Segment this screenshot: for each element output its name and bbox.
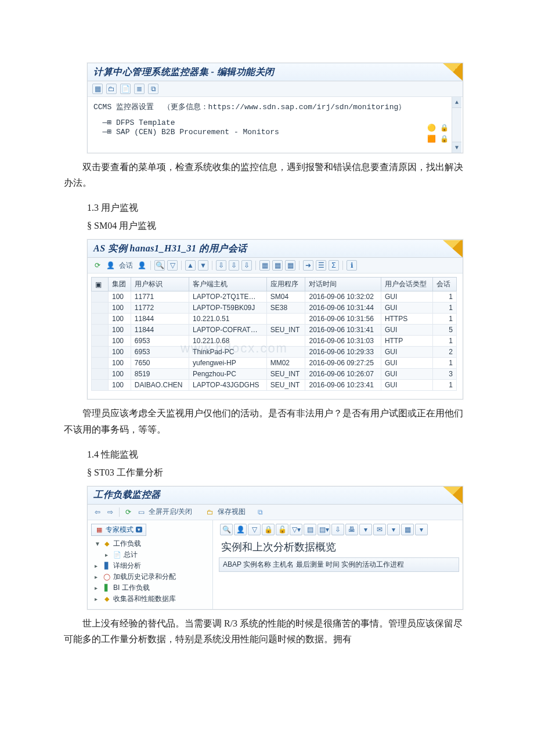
user-icon[interactable]: 👤: [105, 260, 116, 271]
filter-icon[interactable]: ▽: [248, 524, 261, 535]
aux-icon[interactable]: ⧉: [255, 507, 265, 517]
more-icon[interactable]: ▾: [359, 524, 372, 535]
send-icon[interactable]: ➜: [303, 260, 313, 271]
st03-main-toolbar: 🔍 👤 ▽ 🔒 🔓 ▽▾ ▤ ▤▾ ⇩ 🖶 ▾ ✉ ▾ ▦ ▾: [219, 523, 459, 538]
row-selector[interactable]: [92, 336, 109, 347]
cell-client: 100: [109, 358, 131, 369]
tree-item-total[interactable]: ▸📄总计: [92, 549, 212, 560]
filter2-icon[interactable]: ▽▾: [290, 524, 302, 535]
rz20-tree-item[interactable]: ─⊞ SAP (CEN) B2B Procurement - Monitors: [93, 127, 457, 136]
table-row[interactable]: 10011844LAPTOP-COFRAT…SEU_INT2016-09-06 …: [92, 325, 457, 336]
back-icon[interactable]: ⇦: [92, 507, 103, 517]
tree-item-bi[interactable]: ▸▋BI 工作负载: [92, 582, 212, 593]
col-app[interactable]: 应用程序: [266, 278, 305, 291]
tree-icon[interactable]: 🗀: [106, 84, 117, 94]
saveview-label[interactable]: 保存视图: [218, 507, 246, 517]
mail-icon[interactable]: ✉: [373, 524, 386, 535]
sm04-titlebar: AS 实例 hanas1_H31_31 的用户会话: [88, 240, 463, 258]
row-selector-header[interactable]: ▣: [92, 278, 109, 291]
grid2-icon[interactable]: ▦: [272, 260, 283, 271]
tree-item-collector[interactable]: ▸◆收集器和性能数据库: [92, 593, 212, 604]
grid-icon[interactable]: ▦: [92, 84, 103, 94]
rz20-tree-item[interactable]: ─⊞ DFPS Template: [93, 118, 457, 127]
tree-item-workload[interactable]: ▼◆工作负载: [92, 538, 212, 549]
table-row[interactable]: 1006953ThinkPad-PC2016-09-06 10:29:33GUI…: [92, 347, 457, 358]
drop-icon[interactable]: ▾: [415, 524, 428, 535]
table-row[interactable]: 1007650yufengwei-HPMM022016-09-06 09:27:…: [92, 358, 457, 369]
table-row[interactable]: 10011771LAPTOP-2TQ1TE…SM042016-09-06 10:…: [92, 291, 457, 303]
cell-sessions: 1: [433, 380, 457, 391]
sum-icon[interactable]: Σ: [329, 260, 339, 271]
sm04-panel: AS 实例 hanas1_H31_31 的用户会话 ⟳ 👤 会话 👤 🔍 ▽ ▲…: [87, 239, 463, 399]
row-selector[interactable]: [92, 291, 109, 303]
cell-sessions: 1: [433, 303, 457, 314]
corner-decor: [443, 240, 463, 257]
person-icon[interactable]: 👤: [136, 260, 147, 271]
person-icon[interactable]: 👤: [234, 524, 247, 535]
grid-icon[interactable]: ▦: [401, 524, 414, 535]
refresh-icon[interactable]: ⟳: [123, 507, 134, 517]
print-icon[interactable]: 🖶: [345, 524, 358, 535]
sort-desc-icon[interactable]: ▼: [198, 260, 208, 271]
col-type[interactable]: 用户会话类型: [381, 278, 432, 291]
cell-type: GUI: [381, 291, 432, 303]
col-user[interactable]: 用户标识: [131, 278, 189, 291]
fullscreen-label[interactable]: 全屏开启/关闭: [149, 507, 192, 517]
layout-icon[interactable]: ▤: [304, 524, 316, 535]
export3-icon[interactable]: ⇩: [241, 260, 252, 271]
table-row[interactable]: 100DAIBAO.CHENLAPTOP-43JGDGHSSEU_INT2016…: [92, 380, 457, 391]
table-row[interactable]: 1001184410.221.0.512016-09-06 10:31:56HT…: [92, 314, 457, 325]
tree-item-history[interactable]: ▸◯加载历史记录和分配: [92, 571, 212, 582]
scrollbar[interactable]: ▲ ▼: [452, 97, 461, 153]
lock-icon[interactable]: 🔒: [262, 524, 275, 535]
fullscreen-icon[interactable]: ▭: [136, 507, 146, 517]
cell-time: 2016-09-06 09:27:25: [305, 358, 381, 369]
row-selector[interactable]: [92, 303, 109, 314]
tree-item-detail[interactable]: ▸▊详细分析: [92, 560, 212, 571]
filter-icon[interactable]: ▽: [167, 260, 178, 271]
col-sess[interactable]: 会话: [433, 278, 457, 291]
unlock-icon[interactable]: 🔓: [276, 524, 288, 535]
glass-icon[interactable]: 🔍: [220, 524, 233, 535]
col-client[interactable]: 集团: [109, 278, 131, 291]
cell-app: [266, 336, 305, 347]
alarm-icon: 🟧 🔒: [427, 135, 449, 143]
mode-dropdown[interactable]: ▦ 专家模式 ▾: [91, 524, 146, 536]
export2-icon[interactable]: ⇩: [229, 260, 239, 271]
find-icon[interactable]: 🔍: [154, 260, 165, 271]
col-host[interactable]: 客户端主机: [189, 278, 267, 291]
row-selector[interactable]: [92, 369, 109, 380]
row-selector[interactable]: [92, 380, 109, 391]
cell-app: [266, 347, 305, 358]
saveview-icon[interactable]: 🗀: [205, 507, 215, 517]
doc-icon[interactable]: 📄: [120, 84, 131, 94]
export-icon[interactable]: ⇩: [216, 260, 226, 271]
row-selector[interactable]: [92, 347, 109, 358]
copy-icon[interactable]: ⧉: [148, 84, 158, 94]
grid3-icon[interactable]: ▦: [285, 260, 295, 271]
forward-icon[interactable]: ⇨: [105, 507, 116, 517]
refresh-icon[interactable]: ⟳: [92, 260, 103, 271]
export-icon[interactable]: ⇩: [331, 524, 344, 535]
info-icon[interactable]: ℹ: [347, 260, 357, 271]
layout2-icon[interactable]: ▤▾: [317, 524, 330, 535]
row-selector[interactable]: [92, 325, 109, 336]
cell-app: SEU_INT: [266, 369, 305, 380]
table-row[interactable]: 100695310.221.0.682016-09-06 10:31:03HTT…: [92, 336, 457, 347]
scroll-down-icon[interactable]: ▼: [452, 142, 461, 153]
cell-type: HTTPS: [381, 314, 432, 325]
more2-icon[interactable]: ▾: [387, 524, 400, 535]
scroll-up-icon[interactable]: ▲: [452, 97, 461, 108]
sort-asc-icon[interactable]: ▲: [185, 260, 196, 271]
row-selector[interactable]: [92, 314, 109, 325]
grid-icon[interactable]: ▦: [259, 260, 270, 271]
columns-icon[interactable]: ☰: [316, 260, 326, 271]
rz20-toolbar: ▦ 🗀 📄 ≣ ⧉: [88, 81, 463, 97]
table-row[interactable]: 1008519Pengzhou-PCSEU_INT2016-09-06 10:2…: [92, 369, 457, 380]
col-time[interactable]: 对话时间: [305, 278, 381, 291]
row-selector[interactable]: [92, 358, 109, 369]
cell-type: GUI: [381, 325, 432, 336]
cell-time: 2016-09-06 10:31:44: [305, 303, 381, 314]
list-icon[interactable]: ≣: [134, 84, 145, 94]
table-row[interactable]: 10011772LAPTOP-T59BK09JSE382016-09-06 10…: [92, 303, 457, 314]
